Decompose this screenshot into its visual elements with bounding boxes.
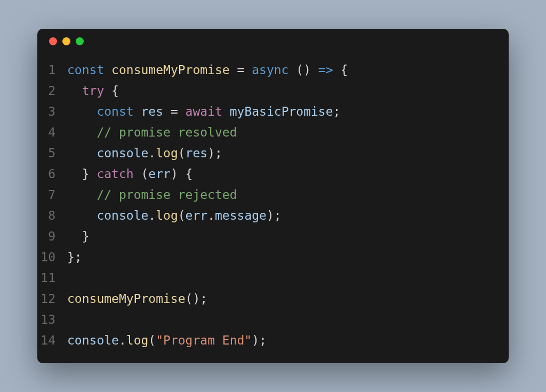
code-line: 6 } catch (err) { <box>37 164 509 185</box>
line-number: 3 <box>37 101 67 122</box>
code-content: }; <box>67 247 509 268</box>
code-content: // promise rejected <box>67 185 509 205</box>
line-number: 10 <box>37 247 67 268</box>
code-content: console.log(err.message); <box>67 205 509 226</box>
code-content: const consumeMyPromise = async () => { <box>67 60 509 81</box>
code-editor-window: 1 const consumeMyPromise = async () => {… <box>37 29 509 363</box>
line-number: 2 <box>37 81 67 101</box>
code-line: 12 consumeMyPromise(); <box>37 289 509 309</box>
code-content: // promise resolved <box>67 122 509 143</box>
line-number: 8 <box>37 205 67 226</box>
code-content: console.log("Program End"); <box>67 330 509 351</box>
code-line: 9 } <box>37 226 509 247</box>
code-content: consumeMyPromise(); <box>67 289 509 309</box>
line-number: 9 <box>37 226 67 247</box>
code-line: 11 <box>37 268 509 289</box>
minimize-icon[interactable] <box>62 37 70 45</box>
code-line: 2 try { <box>37 81 509 101</box>
code-content: console.log(res); <box>67 143 509 164</box>
close-icon[interactable] <box>49 37 57 45</box>
code-line: 1 const consumeMyPromise = async () => { <box>37 60 509 81</box>
code-line: 7 // promise rejected <box>37 185 509 205</box>
code-line: 8 console.log(err.message); <box>37 205 509 226</box>
code-line: 3 const res = await myBasicPromise; <box>37 101 509 122</box>
maximize-icon[interactable] <box>76 37 84 45</box>
code-content: const res = await myBasicPromise; <box>67 101 509 122</box>
line-number: 13 <box>37 309 67 330</box>
code-line: 10 }; <box>37 247 509 268</box>
code-line: 14 console.log("Program End"); <box>37 330 509 351</box>
code-line: 4 // promise resolved <box>37 122 509 143</box>
line-number: 7 <box>37 185 67 205</box>
line-number: 4 <box>37 122 67 143</box>
code-area[interactable]: 1 const consumeMyPromise = async () => {… <box>37 53 509 362</box>
code-content: } <box>67 226 509 247</box>
line-number: 11 <box>37 268 67 289</box>
code-content: } catch (err) { <box>67 164 509 185</box>
code-content: try { <box>67 81 509 101</box>
line-number: 1 <box>37 60 67 81</box>
line-number: 12 <box>37 289 67 309</box>
line-number: 5 <box>37 143 67 164</box>
line-number: 6 <box>37 164 67 185</box>
code-line: 5 console.log(res); <box>37 143 509 164</box>
code-line: 13 <box>37 309 509 330</box>
line-number: 14 <box>37 330 67 351</box>
title-bar <box>37 29 509 53</box>
